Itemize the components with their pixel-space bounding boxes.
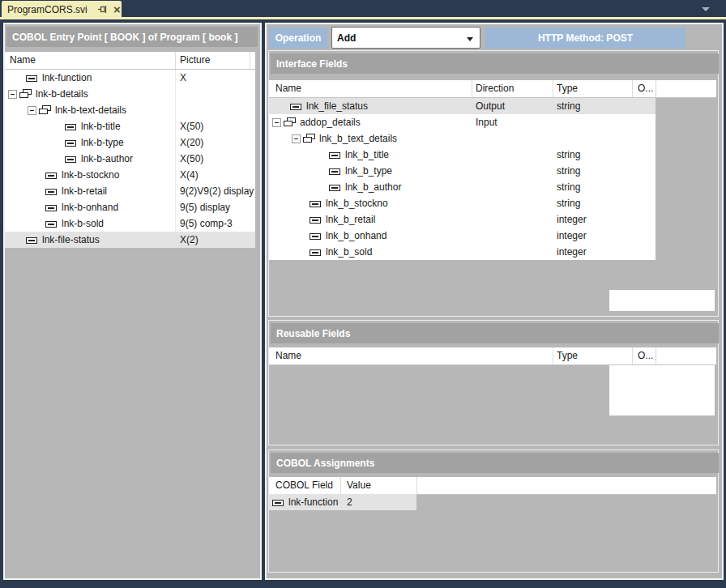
interface-grid-header: Name Direction Type O... — [269, 80, 716, 98]
cell-type: integer — [557, 211, 587, 228]
row-name: lnk_b_sold — [326, 244, 372, 260]
field-icon — [45, 221, 57, 228]
column-header-name[interactable]: Name — [10, 52, 36, 69]
cell-type: string — [557, 98, 580, 114]
table-row[interactable]: lnk-b-authorX(50) — [5, 151, 255, 167]
cobol-assignments-section: COBOL Assignments COBOL Field Value lnk-… — [268, 450, 719, 573]
column-header-picture[interactable]: Picture — [180, 52, 210, 69]
row-name: addop_details — [300, 114, 361, 130]
row-name: lnk_b_author — [345, 179, 401, 195]
field-icon — [26, 237, 37, 244]
column-header-occurs[interactable]: O... — [638, 347, 653, 364]
table-row[interactable]: lnk-b-sold9(5) comp-3 — [5, 215, 255, 232]
table-row[interactable]: lnk_file_statusOutputstring — [269, 98, 656, 114]
reusable-grid-header: Name Type O... — [269, 347, 716, 365]
http-method-badge: HTTP Method: POST — [485, 28, 685, 49]
cell-picture: X — [180, 70, 186, 86]
row-name: lnk-function — [288, 494, 338, 510]
row-name: lnk_b_type — [345, 163, 392, 179]
left-panel-title: COBOL Entry Point [ BOOK ] of Program [ … — [6, 27, 258, 47]
row-name: lnk_file_status — [306, 98, 368, 114]
field-icon — [45, 189, 57, 195]
field-icon — [65, 124, 76, 130]
close-icon[interactable]: × — [113, 3, 122, 16]
column-header-name[interactable]: Name — [275, 80, 301, 97]
table-row[interactable]: lnk_b_titlestring — [269, 147, 656, 163]
cell-type: string — [557, 179, 580, 195]
table-row[interactable]: lnk_b_typestring — [269, 163, 656, 179]
column-header-type[interactable]: Type — [557, 80, 578, 97]
row-name: lnk-b-onhand — [62, 199, 118, 215]
cell-picture: X(50) — [180, 151, 203, 167]
table-row[interactable]: lnk-b-text-details — [5, 102, 255, 118]
app-window: { "colors": { "shell_background": "#2b3a… — [0, 0, 726, 588]
cell-type: integer — [557, 228, 587, 244]
reusable-fields-section: Reusable Fields Name Type O... — [268, 320, 719, 445]
table-row[interactable]: lnk-b-stocknoX(4) — [5, 167, 255, 183]
cobol-entry-point-panel: COBOL Entry Point [ BOOK ] of Program [ … — [3, 23, 262, 580]
chevron-down-icon — [467, 37, 473, 41]
field-icon — [290, 104, 301, 110]
cell-picture: 9(2)V9(2) display — [180, 183, 254, 199]
field-icon — [329, 185, 340, 191]
table-row[interactable]: lnk_b_soldinteger — [269, 244, 656, 260]
reusable-fields-title: Reusable Fields — [271, 323, 719, 343]
tabstrip-underline — [0, 17, 726, 19]
row-name: lnk-b-stockno — [62, 167, 119, 183]
column-header-value[interactable]: Value — [347, 477, 371, 494]
table-row[interactable]: lnk_b_onhandinteger — [269, 228, 656, 244]
collapse-icon[interactable] — [28, 106, 36, 115]
table-row[interactable]: lnk-b-typeX(20) — [5, 134, 255, 151]
cell-picture: X(20) — [180, 134, 203, 151]
interface-fields-footer-cell — [609, 290, 715, 311]
field-icon — [45, 173, 57, 179]
group-icon — [19, 89, 32, 100]
row-name: lnk-b-retail — [62, 183, 107, 199]
table-row[interactable]: lnk_b_authorstring — [269, 179, 656, 195]
cell-picture: 9(5) comp-3 — [180, 215, 233, 232]
field-icon — [329, 152, 340, 159]
assignments-rows: lnk-function2 — [269, 494, 416, 510]
row-name: lnk-b-type — [81, 134, 124, 151]
table-row[interactable]: lnk-b-retail9(2)V9(2) display — [5, 183, 255, 199]
interface-fields-tree: lnk_file_statusOutputstringaddop_details… — [269, 98, 656, 260]
operation-label: Operation — [269, 28, 327, 49]
table-row[interactable]: lnk-function2 — [269, 494, 416, 510]
table-row[interactable]: lnk-b-onhand9(5) display — [5, 199, 255, 215]
cell-picture: 9(5) display — [180, 199, 230, 215]
table-row[interactable]: lnk_b_text_details — [269, 130, 656, 147]
document-tab[interactable]: ProgramCORS.svi × — [2, 1, 122, 18]
table-row[interactable]: lnk-file-statusX(2) — [5, 232, 255, 248]
interface-fields-title: Interface Fields — [271, 53, 719, 74]
cell-type: integer — [557, 244, 587, 260]
collapse-icon[interactable] — [292, 134, 301, 143]
table-row[interactable]: lnk-b-details — [5, 86, 255, 102]
cobol-assignments-title: COBOL Assignments — [271, 453, 719, 473]
tab-list-dropdown-icon[interactable] — [702, 7, 710, 11]
left-grid-header: Name Picture — [5, 52, 255, 70]
cell-picture: X(50) — [180, 118, 203, 134]
table-row[interactable]: lnk_b_stocknostring — [269, 195, 656, 211]
column-header-name[interactable]: Name — [275, 347, 301, 364]
column-header-type[interactable]: Type — [557, 347, 578, 364]
collapse-icon[interactable] — [8, 90, 17, 99]
operation-select[interactable]: Add — [331, 27, 480, 49]
table-row[interactable]: lnk_b_retailinteger — [269, 211, 656, 228]
operation-selected-value: Add — [337, 32, 356, 44]
table-row[interactable]: addop_detailsInput — [269, 114, 656, 130]
column-header-occurs[interactable]: O... — [638, 80, 653, 97]
table-row[interactable]: lnk-b-titleX(50) — [5, 118, 255, 134]
column-header-cobol-field[interactable]: COBOL Field — [275, 477, 333, 494]
interface-fields-section: Interface Fields Name Direction Type O..… — [268, 50, 719, 317]
field-icon — [45, 205, 57, 211]
field-icon — [65, 140, 76, 147]
pin-icon[interactable] — [97, 4, 108, 15]
cell-picture: X(4) — [180, 167, 199, 183]
column-header-direction[interactable]: Direction — [476, 80, 514, 97]
cobol-fields-tree: lnk-functionXlnk-b-detailslnk-b-text-det… — [5, 70, 255, 248]
collapse-icon[interactable] — [272, 118, 281, 127]
cell-value: 2 — [347, 494, 352, 510]
table-row[interactable]: lnk-functionX — [5, 70, 255, 86]
row-name: lnk_b_onhand — [326, 228, 386, 244]
field-icon — [26, 75, 37, 82]
